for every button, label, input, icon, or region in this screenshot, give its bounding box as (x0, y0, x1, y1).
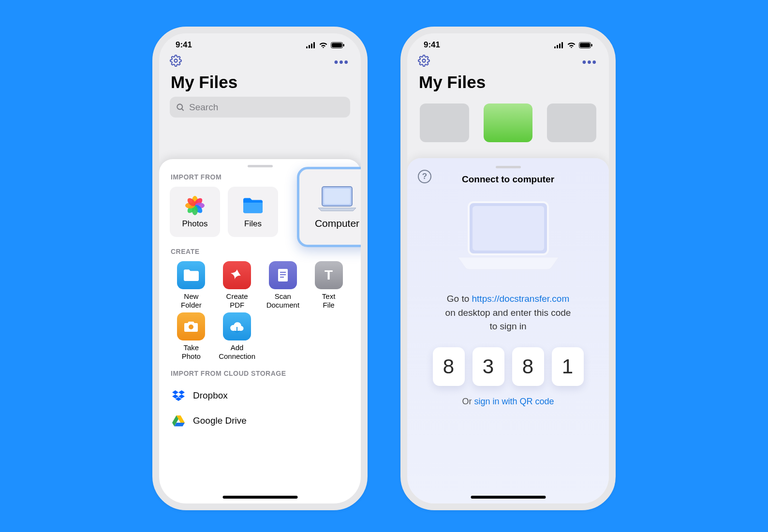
files-icon (242, 195, 264, 216)
status-time: 9:41 (424, 40, 440, 50)
svg-rect-30 (591, 44, 592, 46)
photos-icon (184, 195, 206, 216)
svg-rect-1 (309, 45, 310, 48)
section-create-label: CREATE (171, 248, 350, 255)
import-files-label: Files (244, 219, 262, 229)
battery-icon (579, 42, 592, 48)
alt-prefix: Or (462, 397, 474, 406)
folder-thumb (547, 103, 596, 142)
sheet-grabber[interactable] (248, 165, 273, 167)
svg-rect-20 (280, 277, 284, 278)
svg-rect-5 (332, 43, 342, 47)
camera-icon (177, 312, 205, 340)
text-icon: T (315, 261, 343, 289)
top-toolbar: ••• (159, 54, 361, 73)
cloud-label: Dropbox (193, 390, 228, 401)
import-photos-label: Photos (182, 219, 208, 229)
create-label: Take Photo (182, 343, 201, 361)
cloud-dropbox[interactable]: Dropbox (170, 383, 350, 408)
gear-icon (418, 55, 430, 67)
svg-rect-23 (324, 189, 350, 204)
import-computer-label: Computer (315, 218, 359, 229)
googledrive-icon (172, 414, 185, 428)
cellular-icon (554, 42, 564, 48)
battery-icon (331, 42, 344, 48)
create-pdf[interactable]: Create PDF (216, 261, 259, 310)
code-digit: 1 (552, 347, 584, 386)
laptop-illustration (455, 198, 561, 271)
import-photos-card[interactable]: Photos (170, 187, 220, 237)
gear-icon (170, 55, 182, 67)
cloud-googledrive[interactable]: Google Drive (170, 408, 350, 433)
home-indicator[interactable] (471, 496, 546, 499)
search-placeholder: Search (189, 102, 218, 113)
create-text[interactable]: T Text File (307, 261, 350, 310)
svg-rect-33 (473, 206, 544, 251)
svg-rect-6 (343, 44, 344, 46)
connect-title: Connect to computer (420, 174, 596, 185)
svg-point-8 (177, 104, 182, 109)
qr-link[interactable]: sign in with QR code (474, 397, 554, 406)
svg-rect-25 (557, 45, 558, 48)
status-time: 9:41 (176, 40, 192, 50)
svg-rect-24 (554, 46, 556, 48)
import-files-card[interactable]: Files (228, 187, 278, 237)
help-button[interactable]: ? (418, 170, 431, 183)
search-input[interactable]: Search (170, 97, 350, 118)
status-icons (306, 42, 344, 48)
cloud-label: Google Drive (193, 415, 247, 426)
settings-button[interactable] (170, 55, 182, 69)
create-label: Text File (322, 292, 336, 310)
svg-rect-2 (311, 44, 312, 48)
section-cloud-label: IMPORT FROM CLOUD STORAGE (171, 369, 350, 377)
create-scan[interactable]: Scan Document (262, 261, 305, 310)
wifi-icon (567, 42, 576, 48)
status-icons (554, 42, 592, 48)
code-digit: 3 (473, 347, 504, 386)
page-title: My Files (159, 73, 361, 92)
phone-right: 9:41 ••• My Files ? Connect to computer (400, 27, 616, 510)
svg-rect-18 (280, 272, 286, 273)
folder-thumb (484, 103, 533, 142)
status-bar: 9:41 (159, 33, 361, 54)
connect-instructions: Go to https://docstransfer.com on deskto… (420, 292, 596, 334)
svg-rect-19 (280, 274, 286, 275)
create-take-photo[interactable]: Take Photo (170, 312, 213, 361)
sheet-grabber[interactable] (496, 166, 521, 168)
qr-alternative: Or sign in with QR code (420, 397, 596, 407)
settings-button[interactable] (418, 55, 430, 69)
create-label: Add Connection (219, 343, 255, 361)
create-add-connection[interactable]: Add Connection (216, 312, 259, 361)
wifi-icon (319, 42, 328, 48)
dropbox-icon (172, 389, 185, 402)
folder-icon (177, 261, 205, 289)
create-label: Scan Document (266, 292, 299, 310)
home-indicator[interactable] (222, 496, 297, 499)
svg-rect-29 (580, 43, 590, 47)
page-title: My Files (407, 73, 609, 92)
instr-mid: on desktop and enter this code (445, 308, 571, 318)
connect-sheet: ? Connect to computer Go to https://docs… (407, 158, 609, 503)
status-bar: 9:41 (407, 33, 609, 54)
svg-point-7 (174, 59, 177, 62)
create-label: Create PDF (226, 292, 248, 310)
transfer-url-link[interactable]: https://docstransfer.com (472, 294, 570, 304)
create-new-folder[interactable]: New Folder (170, 261, 213, 310)
code-row: 8 3 8 1 (420, 347, 596, 386)
cellular-icon (306, 42, 316, 48)
instr-suffix: to sign in (489, 321, 526, 331)
folder-thumb (420, 103, 469, 142)
svg-rect-3 (313, 42, 315, 48)
code-digit: 8 (433, 347, 465, 386)
phone-left: 9:41 ••• My Files Search IMPORT FROM (152, 27, 368, 510)
computer-icon (317, 185, 357, 212)
import-computer-card[interactable]: Computer (297, 167, 368, 247)
create-grid: New Folder Create PDF Scan Document T Te… (170, 261, 350, 361)
svg-rect-0 (306, 46, 308, 48)
top-toolbar: ••• (407, 54, 609, 73)
svg-point-21 (189, 325, 193, 329)
scan-icon (269, 261, 297, 289)
more-button[interactable]: ••• (334, 55, 349, 69)
more-button[interactable]: ••• (582, 55, 597, 69)
search-icon (176, 103, 185, 112)
